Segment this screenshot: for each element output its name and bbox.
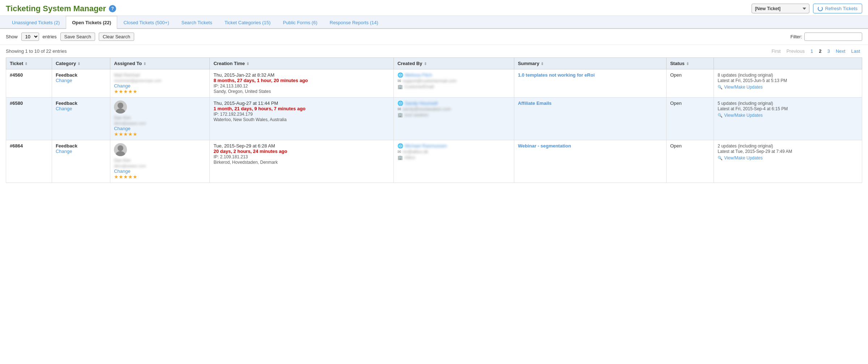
sort-ticket-icon: ⇕ [25,62,27,66]
table-header-row: Ticket⇕ Category⇕ Assigned To⇕ Creation … [6,58,862,69]
tickets-table: Ticket⇕ Category⇕ Assigned To⇕ Creation … [6,57,862,183]
tab-categories[interactable]: Ticket Categories (15) [218,16,277,29]
category-name: Feedback [56,72,77,78]
filter-input[interactable] [804,33,862,41]
cb-name-row: 🌐 Melissa Fitch [397,72,510,78]
cb-email-row: ✉ sandy@soulawaken.com [397,107,510,112]
tab-unassigned[interactable]: Unassigned Tickets (2) [6,16,66,29]
updates-text: 2 updates (including original) [718,144,773,149]
tab-closed[interactable]: Closed Tickets (500+) [117,16,175,29]
new-ticket-select[interactable]: [New Ticket] [752,4,809,13]
creation-age: 1 month, 21 days, 9 hours, 7 minutes ago [213,106,305,111]
next-page-link[interactable]: Next [834,48,848,55]
save-search-button[interactable]: Save Search [60,33,95,41]
updates-text: 5 updates (including original) [718,101,773,106]
page-1-link[interactable]: 1 [808,48,815,55]
assigned-change-link[interactable]: Change [114,168,131,174]
showing-text: Showing 1 to 10 of 22 entries [6,48,67,54]
pagination-controls: First Previous 1 2 3 Next Last [769,48,862,55]
assigned-change-link[interactable]: Change [114,83,131,89]
filter-label: Filter: [791,34,803,39]
magnifier-icon: 🔍 [718,156,723,160]
show-label: Show [6,34,18,39]
last-page-link[interactable]: Last [849,48,862,55]
summary-link[interactable]: 1.0 templates not working for eRoi [518,72,595,78]
tab-open[interactable]: Open Tickets (22) [66,16,117,29]
col-summary[interactable]: Summary⇕ [514,58,666,69]
view-make-updates-link[interactable]: 🔍 View/Make Updates [718,85,858,90]
ticket-number: #6864 [10,143,23,149]
cb-name-link[interactable]: Michael Rasmussen [405,143,447,149]
building-icon: 🏢 [397,84,403,89]
col-ticket[interactable]: Ticket⇕ [6,58,52,69]
refresh-button[interactable]: Refresh Tickets [813,4,862,13]
page-2-link[interactable]: 2 [817,48,824,55]
cell-updates-1: 5 updates (including original) Latest at… [714,98,862,140]
col-assigned[interactable]: Assigned To⇕ [110,58,210,69]
status-badge: Open [670,100,682,106]
previous-page-link[interactable]: Previous [784,48,807,55]
cell-status-1: Open [666,98,714,140]
col-category[interactable]: Category⇕ [52,58,110,69]
cell-status-2: Open [666,140,714,183]
summary-link[interactable]: Webinar - segmentation [518,143,571,149]
cell-updates-0: 8 updates (including original) Latest at… [714,69,862,98]
cb-company-row: 🏢 CustomerEmail [397,84,510,89]
help-icon[interactable]: ? [109,5,116,12]
creation-location: Birkerod, Hovedstaden, Denmark [213,160,277,165]
magnifier-icon: 🔍 [718,113,723,118]
assigned-change-link[interactable]: Change [114,126,131,131]
sort-assigned-icon: ⇕ [143,62,146,66]
entries-select[interactable]: 10 [21,33,39,41]
tab-search[interactable]: Search Tickets [175,16,218,29]
summary-link[interactable]: Affiliate Emails [518,100,552,106]
tab-reports[interactable]: Response Reports (14) [324,16,384,29]
ticket-number: #6580 [10,100,23,106]
cb-name-link[interactable]: Sandy Hounsell [405,100,438,106]
refresh-icon [818,6,823,11]
cb-name-link[interactable]: Melissa Fitch [405,72,432,78]
building-icon: 🏢 [397,155,403,160]
creation-ip: IP: 2.109.181.213 [213,154,248,159]
sort-summary-icon: ⇕ [541,62,544,66]
assigned-name: Dan Kim [114,158,131,163]
ticket-number: #4560 [10,72,23,78]
table-row: #6580 Feedback Change Dan Kim dkim@aware… [6,98,862,140]
cb-company-text: soul awaken [404,112,429,117]
header: Ticketing System Manager ? [New Ticket] … [0,0,868,16]
rating-stars: ★★★★★ [114,131,137,137]
view-link-label: View/Make Updates [724,155,763,160]
first-page-link[interactable]: First [769,48,783,55]
col-creation[interactable]: Creation Time⇕ [210,58,393,69]
mail-icon: ✉ [397,78,401,83]
sort-created-by-icon: ⇕ [424,62,427,66]
cell-summary-1: Affiliate Emails [514,98,666,140]
mail-icon: ✉ [397,107,401,112]
sort-category-icon: ⇕ [77,62,80,66]
col-status[interactable]: Status⇕ [666,58,714,69]
category-change-link[interactable]: Change [56,78,72,83]
tabs-bar: Unassigned Tickets (2) Open Tickets (22)… [0,16,868,29]
view-make-updates-link[interactable]: 🔍 View/Make Updates [718,155,858,160]
cell-category-1: Feedback Change [52,98,110,140]
view-make-updates-link[interactable]: 🔍 View/Make Updates [718,113,858,118]
header-right: [New Ticket] Refresh Tickets [752,4,862,13]
clear-search-button[interactable]: Clear Search [99,33,134,41]
assigned-email: mreinhart@greenrope.com [114,78,162,83]
cell-assigned-2: Dan Kim dkim@aware.com Change ★★★★★ [110,140,210,183]
tab-forms[interactable]: Public Forms (6) [277,16,323,29]
creation-date: Thu, 2015-Jan-22 at 8:32 AM [213,72,274,78]
mail-icon: ✉ [397,149,401,154]
page-3-link[interactable]: 3 [825,48,832,55]
svg-point-4 [118,145,123,151]
col-created-by[interactable]: Created By⇕ [393,58,514,69]
cell-summary-2: Webinar - segmentation [514,140,666,183]
category-change-link[interactable]: Change [56,149,72,154]
cell-category-2: Feedback Change [52,140,110,183]
creation-location: Sandy, Oregon, United States [213,89,271,94]
category-change-link[interactable]: Change [56,106,72,111]
cell-summary-0: 1.0 templates not working for eRoi [514,69,666,98]
tickets-table-container: Ticket⇕ Category⇕ Assigned To⇕ Creation … [0,57,868,189]
cb-email-text: mr@attico.dk [403,149,428,154]
cell-ticket-1: #6580 [6,98,52,140]
